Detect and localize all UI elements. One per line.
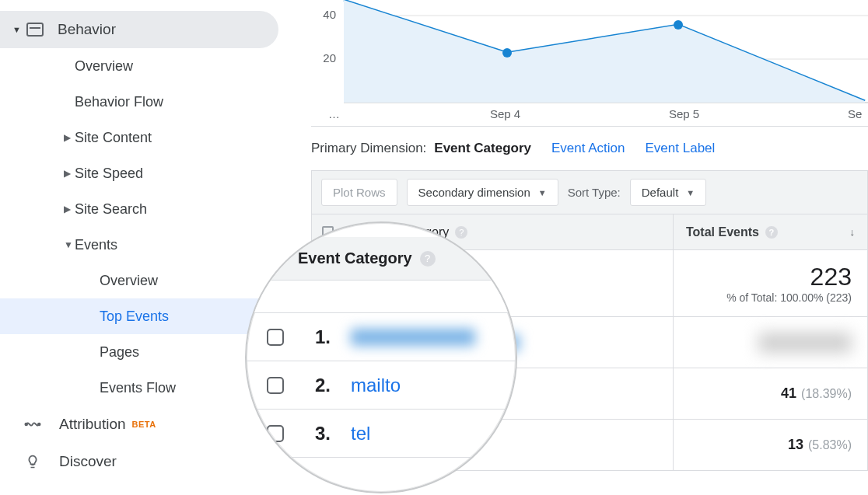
sort-desc-icon[interactable]: ↓ — [850, 226, 856, 238]
row-total-redacted — [758, 333, 852, 353]
row-checkbox[interactable] — [267, 377, 284, 394]
caret-right-icon: ▶ — [64, 168, 75, 179]
lightbulb-icon — [23, 452, 42, 471]
col-event-category: Event Category — [298, 249, 412, 267]
nav-site-content[interactable]: ▶Site Content — [0, 120, 289, 155]
nav-top-events[interactable]: Top Events — [0, 298, 289, 334]
nav-attribution[interactable]: Attribution BETA — [0, 406, 289, 443]
svg-point-6 — [502, 48, 512, 58]
nav-site-speed[interactable]: ▶Site Speed — [0, 155, 289, 191]
x-tick: Sep 4 — [490, 107, 520, 120]
attribution-icon — [23, 415, 42, 434]
sort-type-label: Sort Type: — [568, 186, 621, 199]
svg-point-1 — [38, 424, 40, 426]
nav-overview[interactable]: Overview — [0, 48, 289, 84]
row-total: 41 — [781, 385, 796, 402]
caret-down-icon: ▼ — [12, 25, 19, 34]
caret-down-icon: ▼ — [538, 188, 547, 197]
svg-point-7 — [674, 20, 683, 30]
nav-site-search[interactable]: ▶Site Search — [0, 191, 289, 227]
y-tick: 20 — [323, 51, 336, 64]
beta-badge: BETA — [132, 420, 156, 429]
svg-point-0 — [25, 424, 27, 426]
secondary-dimension-dropdown[interactable]: Secondary dimension ▼ — [407, 179, 558, 206]
total-events-sub: % of Total: 100.00% (223) — [726, 291, 852, 304]
dim-event-label[interactable]: Event Label — [646, 141, 716, 156]
row-pct: (5.83%) — [808, 438, 852, 452]
nav-behavior-label: Behavior — [58, 21, 116, 38]
row-total: 13 — [788, 437, 803, 453]
caret-right-icon: ▶ — [64, 132, 75, 143]
x-tick: Se — [848, 107, 862, 120]
table-toolbar: Plot Rows Secondary dimension ▼ Sort Typ… — [311, 170, 868, 214]
dim-event-action[interactable]: Event Action — [551, 141, 625, 156]
help-icon[interactable]: ? — [420, 251, 436, 267]
behavior-icon — [26, 23, 44, 37]
row-value[interactable]: tel — [351, 423, 370, 444]
caret-down-icon: ▼ — [686, 188, 695, 197]
caret-down-icon: ▼ — [64, 239, 75, 250]
row-value-redacted — [351, 329, 475, 346]
row-pct: (18.39%) — [801, 387, 852, 401]
total-events-value: 223 — [810, 263, 852, 291]
nav-behavior[interactable]: ▼ Behavior — [0, 11, 278, 48]
nav-events-overview[interactable]: Overview — [0, 263, 289, 298]
nav-discover[interactable]: Discover — [0, 443, 289, 480]
col-total-events[interactable]: Total Events — [686, 225, 759, 239]
nav-events[interactable]: ▼Events — [0, 227, 289, 263]
table-row[interactable]: 1. — [247, 313, 516, 361]
plot-rows-button[interactable]: Plot Rows — [321, 179, 397, 206]
help-icon[interactable]: ? — [765, 226, 778, 239]
row-index: 3. — [315, 423, 351, 444]
primary-dimension-row: Primary Dimension: Event Category Event … — [311, 127, 868, 170]
y-tick: 40 — [323, 8, 336, 21]
row-checkbox[interactable] — [267, 329, 284, 346]
dim-event-category[interactable]: Event Category — [434, 141, 531, 156]
sidebar: ▼ Behavior Overview Behavior Flow ▶Site … — [0, 0, 289, 495]
chart: 40 20 … Sep 4 Sep 5 Se — [289, 0, 868, 124]
help-icon[interactable]: ? — [455, 226, 467, 239]
row-value[interactable]: mailto — [351, 375, 401, 396]
x-tick: … — [328, 107, 340, 120]
table-row[interactable]: 3. tel — [247, 410, 516, 458]
sort-type-dropdown[interactable]: Default ▼ — [630, 179, 706, 206]
line-chart: 40 20 … Sep 4 Sep 5 Se — [289, 0, 868, 126]
magnifier-lens: Event Category ? 1. 2. mailto 3. tel — [245, 221, 517, 493]
row-index: 1. — [315, 326, 351, 348]
primary-dimension-label: Primary Dimension: — [311, 141, 426, 156]
nav-behavior-flow[interactable]: Behavior Flow — [0, 84, 289, 120]
caret-right-icon: ▶ — [64, 204, 75, 214]
table-row[interactable]: 2. mailto — [247, 361, 516, 410]
x-tick: Sep 5 — [669, 107, 699, 120]
row-index: 2. — [315, 375, 351, 396]
